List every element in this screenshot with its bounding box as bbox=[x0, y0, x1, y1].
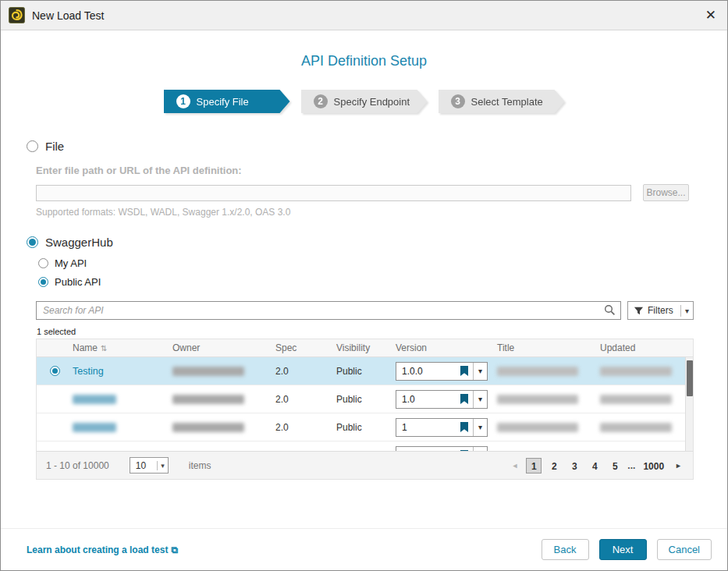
page-button[interactable]: 5 bbox=[607, 458, 623, 473]
page-size-value: 10 bbox=[130, 460, 157, 471]
api-name-link[interactable]: Testing bbox=[73, 366, 104, 377]
redacted-updated bbox=[600, 367, 672, 376]
version-select[interactable]: 1▾ bbox=[396, 418, 488, 437]
column-header-title[interactable]: Title bbox=[494, 342, 597, 353]
chevron-down-icon: ▾ bbox=[157, 461, 168, 470]
visibility-cell: Public bbox=[333, 422, 392, 433]
step-number: 3 bbox=[451, 94, 465, 108]
spec-cell: 2.0 bbox=[272, 366, 333, 377]
redacted-owner bbox=[172, 423, 244, 432]
step-specify-endpoint[interactable]: 2 Specify Endpoint bbox=[301, 90, 428, 113]
external-link-icon: ⧉ bbox=[171, 544, 178, 555]
version-cell: 1▾ bbox=[392, 418, 494, 437]
chevron-down-icon[interactable]: ▾ bbox=[474, 423, 487, 431]
back-button[interactable]: Back bbox=[542, 539, 589, 560]
close-icon[interactable]: ✕ bbox=[705, 9, 716, 22]
column-header-visibility[interactable]: Visibility bbox=[333, 342, 392, 353]
name-cell bbox=[69, 395, 169, 404]
updated-cell bbox=[597, 395, 693, 404]
bookmark-icon bbox=[460, 394, 468, 404]
scrollbar-thumb[interactable] bbox=[687, 360, 693, 396]
api-table: Name⇅ Owner Spec Visibility Version Titl… bbox=[36, 339, 694, 480]
page-size-select[interactable]: 10 ▾ bbox=[130, 457, 169, 473]
chevron-down-icon: ▾ bbox=[680, 305, 693, 317]
file-radio[interactable] bbox=[27, 140, 38, 152]
redacted-owner bbox=[172, 395, 244, 404]
bookmark-icon bbox=[460, 422, 468, 432]
search-icon[interactable] bbox=[604, 304, 616, 319]
version-select[interactable]: 1.0.0▾ bbox=[396, 362, 488, 381]
table-row[interactable]: 2.0Public1▾ bbox=[37, 413, 693, 442]
next-button[interactable]: Next bbox=[599, 539, 647, 560]
column-header-updated[interactable]: Updated bbox=[597, 342, 693, 353]
updated-cell bbox=[597, 367, 693, 376]
learn-link[interactable]: Learn about creating a load test ⧉ bbox=[27, 544, 178, 555]
table-body: Testing2.0Public1.0.0▾2.0Public1.0▾2.0Pu… bbox=[37, 357, 693, 451]
search-box bbox=[36, 301, 621, 320]
new-load-test-dialog: New Load Test ✕ API Definition Setup 1 S… bbox=[0, 0, 728, 571]
next-page-icon[interactable]: ► bbox=[672, 462, 685, 470]
row-radio[interactable] bbox=[50, 366, 60, 376]
name-cell bbox=[69, 423, 169, 432]
step-label: Select Template bbox=[471, 96, 543, 108]
updated-cell bbox=[597, 423, 693, 432]
cancel-button[interactable]: Cancel bbox=[657, 539, 712, 560]
search-input[interactable] bbox=[36, 301, 621, 320]
column-header-name[interactable]: Name⇅ bbox=[69, 342, 169, 353]
sort-icon[interactable]: ⇅ bbox=[101, 344, 107, 353]
redacted-name bbox=[73, 395, 116, 404]
supported-formats-note: Supported formats: WSDL, WADL, Swagger 1… bbox=[36, 207, 727, 218]
chevron-down-icon[interactable]: ▾ bbox=[474, 395, 487, 403]
page-buttons: ◄ 12345...1000► bbox=[508, 458, 685, 473]
table-row[interactable]: 2.0Public1.0▾ bbox=[37, 385, 693, 413]
version-select[interactable]: 1.0▾ bbox=[396, 390, 488, 409]
items-label: items bbox=[189, 460, 211, 471]
page-button[interactable]: 2 bbox=[546, 458, 562, 473]
public-api-radio[interactable] bbox=[38, 277, 48, 287]
column-header-spec[interactable]: Spec bbox=[272, 342, 333, 353]
my-api-radio[interactable] bbox=[38, 258, 48, 268]
selection-status: 1 selected bbox=[37, 327, 727, 336]
table-scrollbar[interactable] bbox=[685, 357, 693, 451]
version-value: 1.0 bbox=[396, 394, 460, 405]
step-specify-file[interactable]: 1 Specify File bbox=[164, 90, 290, 113]
table-row[interactable]: Testing2.0Public1.0.0▾ bbox=[37, 357, 693, 385]
public-api-label: Public API bbox=[55, 276, 101, 288]
version-select[interactable]: ▾ bbox=[396, 446, 488, 452]
column-header-owner[interactable]: Owner bbox=[169, 342, 272, 353]
page-button[interactable]: 3 bbox=[566, 458, 582, 473]
step-select-template[interactable]: 3 Select Template bbox=[439, 90, 565, 113]
spec-cell: 2.0 bbox=[272, 422, 333, 433]
redacted-updated bbox=[600, 395, 672, 404]
file-path-label: Enter file path or URL of the API defini… bbox=[36, 165, 727, 176]
pagination-range: 1 - 10 of 10000 bbox=[46, 460, 109, 471]
file-radio-label: File bbox=[45, 140, 64, 153]
browse-button[interactable]: Browse... bbox=[643, 184, 689, 201]
redacted-title bbox=[497, 423, 578, 432]
step-label: Specify Endpoint bbox=[334, 96, 410, 108]
page-title: API Definition Setup bbox=[1, 53, 727, 69]
column-header-version[interactable]: Version bbox=[392, 342, 494, 353]
page-button[interactable]: 4 bbox=[587, 458, 602, 473]
version-cell: 1.0▾ bbox=[392, 390, 494, 409]
filters-button[interactable]: Filters ▾ bbox=[627, 301, 694, 320]
swaggerhub-radio[interactable] bbox=[27, 236, 38, 248]
title-cell bbox=[494, 423, 597, 432]
file-path-input[interactable] bbox=[36, 185, 631, 201]
page-button[interactable]: 1000 bbox=[640, 458, 667, 473]
filter-funnel-icon bbox=[634, 306, 644, 316]
prev-page-icon[interactable]: ◄ bbox=[508, 462, 521, 470]
table-row[interactable]: ▾ bbox=[37, 442, 693, 451]
title-cell bbox=[494, 395, 597, 404]
my-api-label: My API bbox=[55, 257, 87, 269]
visibility-cell: Public bbox=[333, 366, 392, 377]
version-cell: 1.0.0▾ bbox=[392, 362, 494, 381]
app-logo-icon bbox=[9, 7, 25, 23]
step-number: 2 bbox=[314, 94, 328, 108]
filters-label: Filters bbox=[648, 305, 673, 316]
page-button[interactable]: 1 bbox=[526, 458, 542, 473]
chevron-down-icon[interactable]: ▾ bbox=[474, 367, 487, 375]
visibility-cell: Public bbox=[333, 394, 392, 405]
spec-cell: 2.0 bbox=[272, 394, 333, 405]
row-radio-cell bbox=[37, 366, 69, 376]
